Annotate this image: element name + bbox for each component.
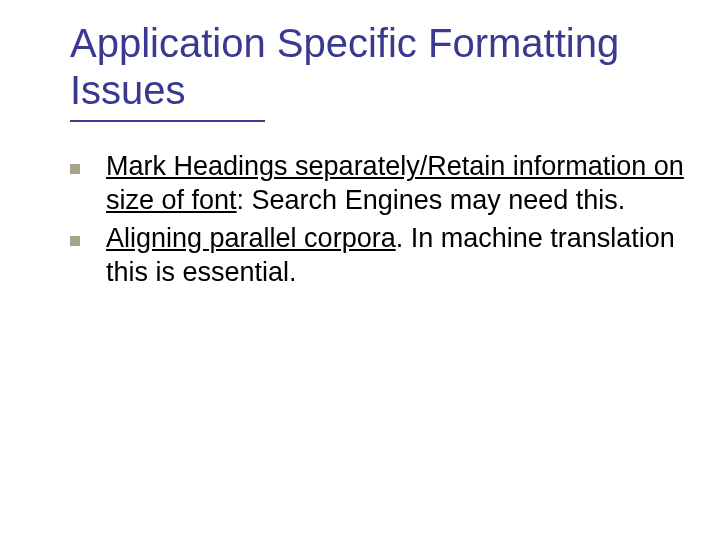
slide: Application Specific Formatting Issues M… bbox=[0, 0, 720, 540]
square-bullet-icon bbox=[70, 236, 80, 246]
slide-body: Mark Headings separately/Retain informat… bbox=[70, 150, 690, 289]
list-item: Aligning parallel corpora. In machine tr… bbox=[70, 222, 690, 290]
slide-title: Application Specific Formatting Issues bbox=[70, 20, 690, 114]
rest-phrase: : Search Engines may need this. bbox=[237, 185, 626, 215]
underlined-phrase: Aligning parallel corpora bbox=[106, 223, 396, 253]
list-item-text: Mark Headings separately/Retain informat… bbox=[106, 150, 690, 218]
title-underline bbox=[70, 120, 265, 122]
square-bullet-icon bbox=[70, 164, 80, 174]
list-item: Mark Headings separately/Retain informat… bbox=[70, 150, 690, 218]
list-item-text: Aligning parallel corpora. In machine tr… bbox=[106, 222, 690, 290]
